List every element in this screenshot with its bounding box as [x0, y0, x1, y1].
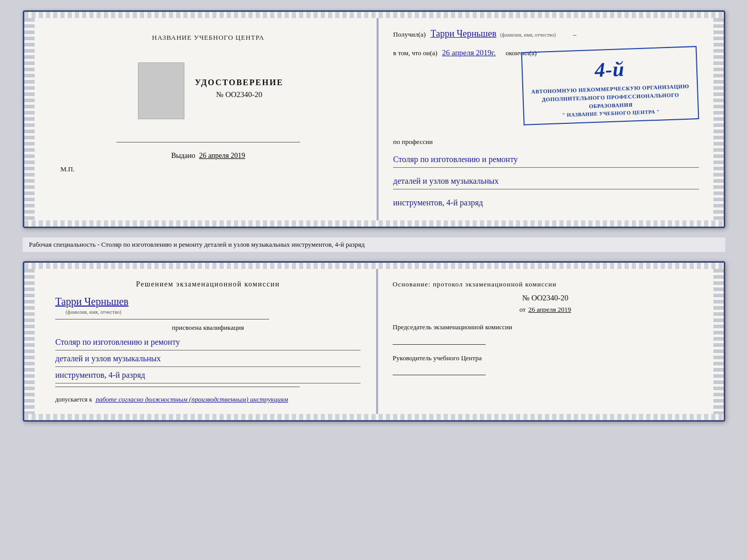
- page2-right: Основание: протокол экзаменационной коми…: [378, 269, 713, 413]
- page-seam-2: [376, 269, 378, 413]
- photo-placeholder: [138, 62, 184, 119]
- mp-label: М.П.: [60, 165, 74, 173]
- document-1: НАЗВАНИЕ УЧЕБНОГО ЦЕНТРА УДОСТОВЕРЕНИЕ №…: [23, 10, 725, 228]
- profession-line1: Столяр по изготовлению и ремонту: [393, 151, 699, 168]
- profession2-line2: деталей и узлов музыкальных: [55, 351, 361, 367]
- right-edge-decoration: [713, 18, 724, 220]
- protocol-number: № OO2340-20: [393, 294, 698, 302]
- dopuskaetsya-line: допускается к работе согласно должностны…: [55, 395, 361, 404]
- profession-line3: инструментов, 4-й разряд: [393, 195, 699, 211]
- udostoverenie-label: УДОСТОВЕРЕНИЕ: [195, 78, 284, 87]
- profession-line2: деталей и узлов музыкальных: [393, 173, 699, 189]
- predsedatel-signature: [393, 334, 486, 345]
- right-edge-decoration-2: [713, 269, 724, 413]
- page2-left: Решением экзаменационной комиссии Тарри …: [35, 269, 376, 413]
- name-block-2: Тарри Черньшев (фамилия, имя, отчество): [55, 296, 361, 316]
- page1-left: НАЗВАНИЕ УЧЕБНОГО ЦЕНТРА УДОСТОВЕРЕНИЕ №…: [35, 18, 377, 220]
- resheniye-title: Решением экзаменационной комиссии: [55, 280, 361, 289]
- prisvoena-label: присвоена квалификация: [55, 324, 361, 332]
- subtitle-bar: Рабочая специальность - Столяр по изгото…: [23, 237, 725, 252]
- top-decorative-strip-2: [24, 263, 724, 269]
- profession2-line3: инструментов, 4-й разряд: [55, 368, 361, 383]
- predsedatel-block: Председатель экзаменационной комиссии: [393, 322, 698, 345]
- stamp: 4-й АВТОНОМНУЮ НЕКОММЕРЧЕСКУЮ ОРГАНИЗАЦИ…: [521, 46, 699, 125]
- bottom-decorative-strip: [24, 220, 724, 227]
- rukovoditel-label: Руководитель учебного Центра: [393, 353, 698, 363]
- profession2-line1: Столяр по изготовлению и ремонту: [55, 335, 361, 350]
- poluchil-line: Получил(а) Тарри Черньшев (фамилия, имя,…: [393, 28, 699, 39]
- left-edge-decoration-2: [24, 269, 35, 413]
- po-professii: по профессии: [393, 138, 699, 146]
- subtitle-text: Рабочая специальность - Столяр по изгото…: [29, 241, 365, 248]
- ot-line: от 26 апреля 2019: [393, 306, 698, 314]
- rukovoditel-block: Руководитель учебного Центра: [393, 353, 698, 376]
- left-edge-decoration: [24, 18, 35, 220]
- stamp-4th: 4-й: [528, 52, 691, 88]
- page1-right: Получил(а) Тарри Черньшев (фамилия, имя,…: [379, 18, 713, 220]
- training-center-title: НАЗВАНИЕ УЧЕБНОГО ЦЕНТРА: [152, 34, 264, 42]
- vydano-line: Выдано 26 апреля 2019: [171, 152, 245, 160]
- bottom-decorative-strip-2: [24, 414, 724, 420]
- certificate-number: № OO2340-20: [216, 90, 262, 99]
- predsedatel-label: Председатель экзаменационной комиссии: [393, 322, 698, 332]
- top-decorative-strip: [24, 12, 724, 18]
- osnovanie-title: Основание: протокол экзаменационной коми…: [393, 280, 698, 289]
- rukovoditel-signature: [393, 365, 486, 375]
- recipient-name: Тарри Черньшев: [430, 28, 496, 39]
- document-2: Решением экзаменационной комиссии Тарри …: [23, 261, 725, 421]
